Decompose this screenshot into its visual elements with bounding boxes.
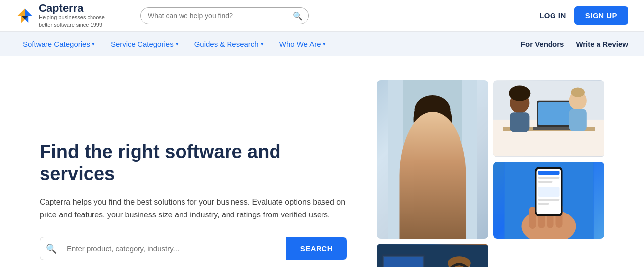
svg-rect-40	[538, 203, 549, 205]
logo-name: Capterra	[39, 3, 105, 14]
hero-search-input[interactable]	[63, 237, 286, 260]
hero-image-office-worker	[377, 244, 488, 267]
hero-image-phone	[493, 162, 604, 239]
header-actions: LOG IN SIGN UP	[539, 6, 628, 25]
search-icon: 🔍	[293, 11, 303, 20]
nav-for-vendors[interactable]: For Vendors	[521, 40, 564, 48]
svg-rect-38	[538, 187, 560, 197]
nav-item-software-categories[interactable]: Software Categories ▾	[16, 37, 102, 51]
chevron-down-icon: ▾	[261, 41, 264, 47]
hero-image-colleagues	[493, 80, 604, 157]
svg-rect-37	[538, 181, 553, 183]
svg-rect-22	[510, 112, 529, 132]
logo-area[interactable]: Capterra Helping businesses choose bette…	[16, 3, 105, 28]
svg-rect-29	[529, 207, 536, 229]
site-header: Capterra Helping businesses choose bette…	[0, 0, 644, 32]
nav-left: Software Categories ▾ Service Categories…	[16, 37, 521, 51]
hero-content: Find the right software and services Cap…	[40, 141, 347, 260]
header-search-input[interactable]	[140, 7, 309, 24]
svg-rect-44	[384, 257, 423, 267]
search-icon: 🔍	[40, 243, 63, 254]
svg-point-7	[414, 106, 427, 134]
nav-write-review[interactable]: Write a Review	[576, 40, 628, 48]
logo-text: Capterra Helping businesses choose bette…	[39, 3, 105, 28]
nav-item-service-categories[interactable]: Service Categories ▾	[104, 37, 185, 51]
hero-image-woman	[377, 80, 488, 239]
chevron-down-icon: ▾	[92, 41, 95, 47]
nav-item-guides-research[interactable]: Guides & Research ▾	[187, 37, 271, 51]
svg-point-8	[438, 106, 452, 134]
header-search[interactable]: 🔍	[140, 7, 309, 24]
signup-button[interactable]: SIGN UP	[574, 6, 628, 25]
svg-point-24	[571, 87, 585, 97]
hero-images	[377, 80, 604, 267]
hero-description: Capterra helps you find the best solutio…	[40, 196, 347, 221]
svg-point-21	[509, 85, 530, 101]
hero-section: Find the right software and services Cap…	[0, 56, 644, 267]
svg-rect-35	[538, 171, 560, 175]
svg-rect-13	[434, 179, 445, 224]
chevron-down-icon: ▾	[323, 41, 326, 47]
svg-rect-39	[538, 199, 560, 201]
hero-title: Find the right software and services	[40, 141, 347, 186]
logo-tagline: Helping businesses choose better softwar…	[39, 14, 105, 28]
chevron-down-icon: ▾	[176, 41, 179, 47]
hero-search-button[interactable]: SEARCH	[286, 237, 347, 260]
capterra-logo-icon	[16, 7, 34, 25]
main-nav: Software Categories ▾ Service Categories…	[0, 32, 644, 56]
login-button[interactable]: LOG IN	[539, 11, 566, 20]
svg-rect-11	[425, 156, 436, 176]
svg-rect-36	[538, 177, 560, 179]
nav-item-who-we-are[interactable]: Who We Are ▾	[273, 37, 333, 51]
svg-rect-9	[415, 137, 450, 182]
hero-search-bar[interactable]: 🔍 SEARCH	[40, 237, 347, 260]
nav-right: For Vendors Write a Review	[521, 40, 628, 48]
svg-rect-12	[420, 179, 431, 224]
svg-rect-25	[569, 109, 587, 131]
svg-rect-10	[424, 155, 437, 177]
